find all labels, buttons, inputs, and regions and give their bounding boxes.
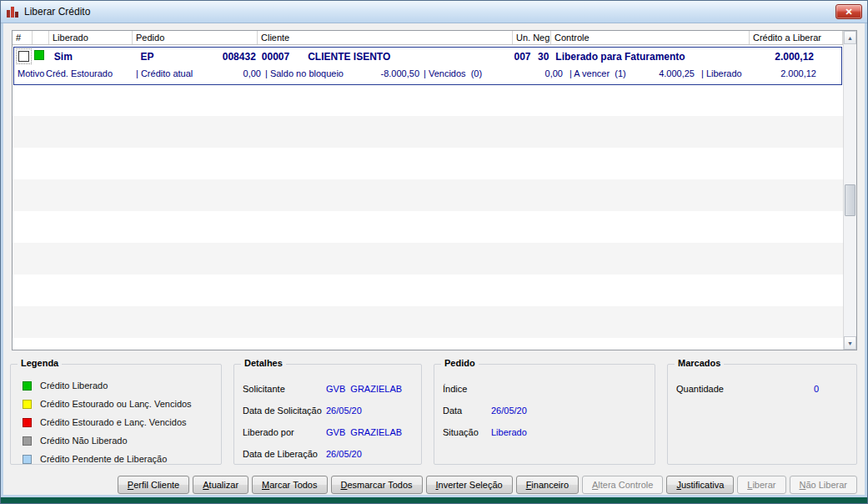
cell-controle-descricao: Liberado para Faturamento <box>550 51 748 63</box>
cell-credito-a-liberar: 2.000,12 <box>748 51 841 63</box>
vencidos-value: 0,00 <box>504 68 563 78</box>
window-title: Liberar Crédito <box>24 6 90 18</box>
marked-group: Marcados Quantidade 0 <box>667 364 857 465</box>
justificativa-button[interactable]: Justificativa <box>666 476 734 494</box>
liberar-button: Liberar <box>737 476 785 494</box>
marked-title: Marcados <box>675 358 724 368</box>
detail-row-liberado-por: Liberado por GVB GRAZIELAB <box>243 421 421 443</box>
scrollbar-thumb[interactable] <box>845 184 855 216</box>
column-header-pedido[interactable]: Pedido <box>133 31 258 44</box>
column-header-cliente[interactable]: Cliente <box>258 31 513 44</box>
scrollbar-track[interactable] <box>844 44 856 336</box>
legend-swatch-yellow <box>23 400 32 409</box>
detail-row-data-solicitacao: Data de Solicitação 26/05/20 <box>243 400 421 421</box>
credito-atual-label: | Crédito atual <box>136 68 193 78</box>
order-label: Situação <box>443 427 491 437</box>
marcar-todos-button[interactable]: Marcar Todos <box>252 476 327 494</box>
liberar-credito-window: Liberar Crédito ✕ # Liberado Pedido Clie… <box>0 0 868 504</box>
vertical-scrollbar[interactable]: ▲ ▼ <box>843 31 856 350</box>
titlebar[interactable]: Liberar Crédito ✕ <box>1 1 867 23</box>
a-vencer-label: | A vencer (1) <box>569 68 626 78</box>
details-group: Detalhes Solicitante GVB GRAZIELAB Data … <box>233 364 422 465</box>
motivo-value: Créd. Estourado <box>46 68 113 78</box>
liberado-label: | Liberado <box>701 68 742 78</box>
legend-swatch-gray <box>23 436 32 446</box>
order-row-situacao: Situação Liberado <box>443 421 655 443</box>
legend-group: Legenda Crédito Liberado Crédito Estoura… <box>10 364 222 465</box>
pedido-tipo: EP <box>140 51 153 63</box>
pedido-numero: 008432 <box>223 51 256 63</box>
liberado-value: 2.000,12 <box>758 68 816 78</box>
legend-item: Crédito Estourado ou Lanç. Vencidos <box>23 395 221 413</box>
column-header-credito-a-liberar[interactable]: Crédito a Liberar <box>750 31 843 44</box>
cliente-nome: CLIENTE ISENTO <box>308 51 390 63</box>
scroll-down-button[interactable]: ▼ <box>844 336 856 350</box>
motivo-row[interactable]: Motivo Créd. Estourado | Crédito atual 0… <box>14 65 841 84</box>
credit-grid: # Liberado Pedido Cliente Un. Neg. Contr… <box>12 30 857 350</box>
legend-label: Crédito Não Liberado <box>40 436 128 446</box>
details-list: Solicitante GVB GRAZIELAB Data de Solici… <box>234 365 421 465</box>
vencidos-label: | Vencidos (0) <box>424 68 482 78</box>
motivo-label: Motivo <box>18 68 44 78</box>
cell-cliente: 00007 CLIENTE ISENTO <box>258 51 513 63</box>
cliente-codigo: 00007 <box>262 51 289 63</box>
detail-label: Solicitante <box>243 384 326 394</box>
window-bottom-edge <box>1 497 867 503</box>
close-button[interactable]: ✕ <box>835 4 862 19</box>
credito-atual-value: 0,00 <box>203 68 261 78</box>
order-group: Pedido Índice Data 26/05/20 Situação Lib… <box>434 364 655 465</box>
order-row-indice: Índice <box>443 378 655 400</box>
legend-swatch-red <box>23 418 32 427</box>
column-header-index[interactable]: # <box>13 31 33 44</box>
table-row[interactable]: Sim EP 008432 00007 CLIENTE ISENTO 007 3… <box>14 48 841 65</box>
scroll-up-button[interactable]: ▲ <box>844 31 856 44</box>
detail-value: 26/05/20 <box>326 406 362 416</box>
detail-label: Data de Solicitação <box>243 406 326 416</box>
detail-row-solicitante: Solicitante GVB GRAZIELAB <box>243 378 421 400</box>
perfil-cliente-button[interactable]: Perfil Cliente <box>118 476 189 494</box>
legend-item: Crédito Não Liberado <box>23 431 221 450</box>
column-header-status[interactable] <box>33 31 49 44</box>
cell-controle-codigo: 30 <box>534 51 550 63</box>
altera-controle-button: Altera Controle <box>582 476 663 494</box>
detail-value: 26/05/20 <box>326 449 362 459</box>
row-checkbox[interactable] <box>18 51 29 62</box>
marked-list: Quantidade 0 <box>668 365 856 400</box>
legend-title: Legenda <box>18 358 62 368</box>
detail-label: Data de Liberação <box>243 449 326 459</box>
marked-row-quantidade: Quantidade 0 <box>676 378 856 400</box>
atualizar-button[interactable]: Atualizar <box>193 476 248 494</box>
legend-swatch-lightblue <box>23 455 32 464</box>
nao-liberar-button: Não Liberar <box>790 476 858 494</box>
order-list: Índice Data 26/05/20 Situação Liberado <box>434 365 655 443</box>
order-row-data: Data 26/05/20 <box>443 400 655 421</box>
a-vencer-value: 4.000,25 <box>636 68 695 78</box>
order-value: Liberado <box>491 427 527 437</box>
cell-un-neg: 007 <box>513 51 534 63</box>
column-header-un-neg[interactable]: Un. Neg. <box>513 31 551 44</box>
legend-item: Crédito Liberado <box>23 376 221 395</box>
legend-item: Crédito Estourado e Lanç. Vencidos <box>23 413 221 431</box>
legend-label: Crédito Pendente de Liberação <box>40 454 167 464</box>
detail-row-data-liberacao: Data de Liberação 26/05/20 <box>243 443 421 465</box>
legend-label: Crédito Estourado e Lanç. Vencidos <box>40 417 187 427</box>
legend-swatch-green <box>23 381 32 391</box>
app-icon <box>6 5 19 18</box>
inverter-selecao-button[interactable]: Inverter Seleção <box>426 476 513 494</box>
column-header-controle[interactable]: Controle <box>551 31 750 44</box>
marked-label: Quantidade <box>676 384 724 394</box>
button-bar: Perfil Cliente Atualizar Marcar Todos De… <box>118 476 857 494</box>
scroll-up-icon: ▲ <box>847 35 853 41</box>
close-icon: ✕ <box>845 7 852 18</box>
financeiro-button[interactable]: Financeiro <box>516 476 579 494</box>
detail-value: GVB GRAZIELAB <box>326 384 402 394</box>
selected-row-group: Sim EP 008432 00007 CLIENTE ISENTO 007 3… <box>13 47 842 85</box>
column-header-liberado[interactable]: Liberado <box>49 31 133 44</box>
grid-header: # Liberado Pedido Cliente Un. Neg. Contr… <box>13 31 843 45</box>
order-label: Índice <box>443 384 491 394</box>
details-title: Detalhes <box>241 358 286 368</box>
checkbox-focus-frame <box>16 48 32 64</box>
desmarcar-todos-button[interactable]: Desmarcar Todos <box>331 476 423 494</box>
cell-pedido: EP 008432 <box>133 51 258 63</box>
marked-value: 0 <box>814 384 819 394</box>
